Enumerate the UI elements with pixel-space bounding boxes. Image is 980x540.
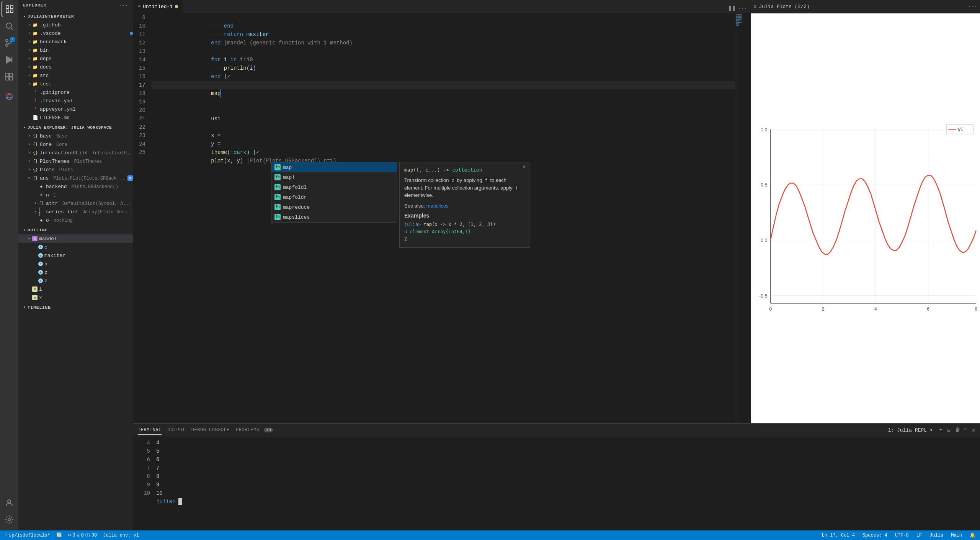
tree-item-gitignore[interactable]: ! .gitignore [18,88,133,97]
terminal-output[interactable]: 4 5 6 7 8 9 10 julia> [156,439,980,529]
tree-item-backend[interactable]: ◉ backend Plots.GRBackend() [18,182,133,191]
svg-point-20 [8,519,10,521]
svg-line-5 [11,28,13,30]
status-cursor-position[interactable]: Ln 17, Col 4 [820,530,856,540]
outline-n[interactable]: ⊙ n [18,260,133,268]
status-notifications[interactable]: 🔔 [968,530,977,540]
outline-z1[interactable]: ⊙ z [18,268,133,277]
tree-item-appveyor[interactable]: ! appveyor.yml [18,105,133,113]
tree-item-o[interactable]: ◉ o nothing [18,216,133,224]
split-terminal-button[interactable]: ⊟ [946,427,952,434]
terminal-tab-problems[interactable]: PROBLEMS 30 [236,426,273,434]
hover-close-button[interactable]: × [522,164,526,171]
sidebar-menu-icon[interactable]: ··· [119,2,128,8]
add-terminal-button[interactable]: + [939,427,943,434]
editor-tab-untitled[interactable]: ≡ Untitled-1 [133,0,183,13]
status-julia-env[interactable]: Julia env: v1 [101,530,140,540]
code-editor[interactable]: 9 10 11 12 13 14 15 16 17 18 19 [133,13,750,423]
outline-maxiter[interactable]: ⊙ maxiter [18,251,133,260]
outline-x[interactable]: ⊙ x [18,293,133,302]
hover-signature: map(f, c...) -> collection [404,167,524,173]
tree-item-docs[interactable]: 📁 docs [18,63,133,71]
search-activity-icon[interactable] [2,18,17,34]
status-branch[interactable]: ⑂ sp/isdeflocals* [3,530,52,540]
julia-activity-icon[interactable] [2,89,17,104]
tree-item-travis[interactable]: ! .travis.yml [18,97,133,105]
timeline-section[interactable]: TIMELINE [18,303,133,312]
autocomplete-item-mapslices[interactable]: fn mapslices [271,212,397,222]
x-label: x [39,295,133,301]
kill-terminal-button[interactable]: 🗑 [955,427,960,433]
terminal-tab-debug[interactable]: DEBUG CONSOLE [191,426,230,434]
close-terminal-button[interactable]: ✕ [972,426,975,434]
tree-item-ans[interactable]: {} ans Plots.Plot(Plots.GRBack... ⊞ [18,174,133,182]
status-spaces[interactable]: Spaces: 4 [861,530,889,540]
julia-explorer-chevron [21,124,28,131]
tree-item-plotthemes[interactable]: {} PlotThemes PlotThemes [18,157,133,165]
tree-item-benchmark[interactable]: 📁 benchmark [18,38,133,46]
terminal-line-4: 4 [156,439,980,447]
mapslices-link[interactable]: mapslices [426,203,449,209]
julia-interpreter-section[interactable]: JULIAINTERPRETER [18,12,133,21]
status-sync[interactable]: 🔄 [55,530,64,540]
tree-item-core[interactable]: {} Core Core [18,140,133,149]
hover-see-also: See also: mapslices [404,203,524,209]
autocomplete-item-map-bang[interactable]: fn map! [271,172,397,182]
mandel-chevron [26,236,32,242]
appveyor-icon: ! [32,106,38,112]
settings-activity-icon[interactable] [2,512,17,527]
tree-item-deps[interactable]: 📁 deps [18,54,133,63]
terminal-tab-output[interactable]: OUTPUT [168,426,185,434]
tree-item-series-list[interactable]: [ ] series_list Array(Plots.Seri... [18,208,133,216]
outline-n-label: n [44,261,133,267]
tree-item-test[interactable]: 📁 test [18,80,133,88]
extensions-activity-icon[interactable] [2,69,17,84]
explorer-activity-icon[interactable] [2,2,17,17]
autocomplete-item-mapfoldl[interactable]: fn mapfoldl [271,182,397,192]
maximize-terminal-button[interactable]: ⌃ [964,426,967,434]
tree-item-vscode[interactable]: 📁 .vscode [18,29,133,38]
tree-item-github[interactable]: 📁 .github [18,21,133,29]
tree-item-src[interactable]: 📁 src [18,71,133,80]
autocomplete-item-mapreduce[interactable]: fn mapreduce [271,202,397,212]
plot-more-button[interactable]: ··· [968,2,977,11]
tree-item-base[interactable]: {} Base Base [18,132,133,140]
run-activity-icon[interactable] [2,52,17,67]
tab-label: Untitled-1 [143,4,173,10]
autocomplete-item-map[interactable]: fn map [271,162,397,172]
warning-icon: △ [77,532,79,538]
source-control-activity-icon[interactable]: 1 [2,35,17,51]
outline-label: OUTLINE [28,228,48,232]
autocomplete-item-mapfoldr[interactable]: fn mapfoldr [271,192,397,202]
tree-item-attr[interactable]: {} attr DefaultsDict(Symbol, A... [18,199,133,208]
status-errors[interactable]: ⊗ 0 △ 0 ⓘ 30 [67,530,98,540]
autocomplete-mapfoldl-icon: fn [274,184,281,190]
n-icon: # [38,192,44,198]
outline-i[interactable]: ⊙ i [18,285,133,293]
tree-item-plots[interactable]: {} Plots Plots [18,165,133,174]
terminal-selector[interactable]: 1: Julia REPL ▾ [888,427,933,433]
status-line-ending[interactable]: LF [915,530,923,540]
outline-mandel[interactable]: ⊙ mandel [18,234,133,243]
plot-panel-title: ≡ Julia Plots (2/2) [754,4,966,10]
more-actions-button[interactable]: ··· [738,4,747,13]
terminal-tab-terminal[interactable]: TERMINAL [138,426,162,435]
ans-action-icon[interactable]: ⊞ [127,175,133,181]
julia-explorer-section[interactable]: JULIA EXPLORER: JULIA WORKSPACE [18,123,133,132]
tree-item-n[interactable]: # n 1 [18,191,133,199]
outline-z2[interactable]: ⊙ z [18,277,133,285]
split-editor-button[interactable] [727,4,737,13]
outline-c[interactable]: ⊙ c [18,243,133,251]
maxiter-var-icon: ⊙ [38,253,43,258]
tree-item-bin[interactable]: 📁 bin [18,46,133,54]
tree-item-interactiveutils[interactable]: {} InteractiveUtils InteractiveUtils [18,149,133,157]
outline-section[interactable]: OUTLINE [18,226,133,234]
status-module[interactable]: Main [949,530,964,540]
status-language[interactable]: Julia [928,530,945,540]
info-count: 30 [91,533,97,538]
account-activity-icon[interactable] [2,495,17,511]
tree-item-license[interactable]: 📄 LICENSE.md [18,113,133,122]
code-line-19 [152,98,735,106]
backend-label: backend Plots.GRBackend() [46,184,133,190]
status-encoding[interactable]: UTF-8 [893,530,910,540]
